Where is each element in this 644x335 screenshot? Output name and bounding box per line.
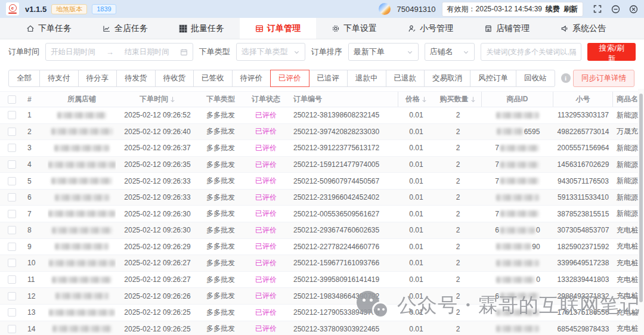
logo-underline (8, 13, 17, 14)
status-tab-全部[interactable]: 全部 (8, 70, 40, 87)
order-sort-select[interactable]: 最新下单 (348, 43, 419, 61)
select-all-checkbox[interactable] (8, 95, 16, 104)
minimize-icon[interactable] (611, 4, 620, 14)
order-type-select[interactable]: 选择下单类型 (236, 43, 305, 61)
row-checkbox[interactable] (8, 275, 16, 284)
status-tab-待发货[interactable]: 待发货 (116, 70, 156, 87)
row-checkbox[interactable] (8, 259, 16, 267)
search-field-select[interactable]: 店铺名 (425, 43, 475, 61)
cell-sub: 1456316702629 (553, 157, 613, 173)
cell-price: 0.01 (398, 107, 434, 123)
chart-icon (103, 24, 111, 33)
sort-arrow-icon[interactable] (470, 96, 476, 103)
info-icon[interactable]: i (561, 73, 571, 83)
status-tab-已签收[interactable]: 已签收 (193, 70, 233, 87)
column-header-price[interactable]: 价格 (398, 92, 434, 107)
cell-time: 2025-02-12 09:26:25 (116, 305, 199, 321)
status-tab-待收货[interactable]: 待收货 (155, 70, 194, 87)
nav-tab-order-tasks[interactable]: 下单任务 (11, 18, 87, 39)
row-checkbox[interactable] (8, 128, 16, 136)
table-header-row: #所属店铺下单时间下单类型订单状态订单编号价格购买数量商品ID小号商品名称 (0, 91, 644, 107)
renew-link[interactable]: 续费 (546, 4, 560, 14)
column-label: 所属店铺 (67, 94, 96, 104)
chevron-down-icon (293, 49, 300, 55)
table-row: 42025-02-12 09:26:35多多批发已评价250212-159121… (0, 157, 644, 173)
date-range-picker[interactable]: 开始日期时间 → 结束日期时间 (45, 43, 193, 61)
cell-pid: 7 (482, 206, 553, 222)
row-checkbox[interactable] (8, 308, 16, 317)
blurred-product-id (497, 128, 523, 135)
status-tab-风控订单[interactable]: 风控订单 (470, 70, 516, 87)
status-tab-已退款[interactable]: 已退款 (386, 70, 425, 87)
cell-qty: 2 (434, 157, 482, 173)
scrollbar-thumb[interactable] (639, 94, 643, 302)
cell-qty: 2 (434, 305, 482, 321)
nav-tab-announcements[interactable]: 系统公告 (545, 18, 621, 39)
status-tab-已评价[interactable]: 已评价 (270, 70, 309, 87)
row-checkbox[interactable] (8, 193, 16, 201)
cell-store (48, 305, 116, 321)
blurred-store-name (48, 162, 116, 168)
sort-arrow-icon[interactable] (170, 96, 175, 103)
cell-sel (0, 272, 24, 288)
status-tab-退款中[interactable]: 退款中 (347, 70, 386, 87)
row-checkbox[interactable] (8, 226, 16, 234)
status-tab-已追评[interactable]: 已追评 (309, 70, 348, 87)
row-checkbox[interactable] (8, 111, 16, 119)
cell-time: 2025-02-12 09:26:26 (116, 288, 199, 304)
cell-status: 已评价 (242, 173, 290, 189)
row-checkbox[interactable] (8, 160, 16, 169)
cell-idx: 10 (24, 255, 48, 271)
blurred-store-name (51, 178, 112, 184)
vertical-scrollbar[interactable] (638, 89, 644, 335)
cell-qty: 2 (434, 239, 482, 255)
column-header-qty[interactable]: 购买数量 (434, 92, 482, 107)
cell-qty: 2 (434, 288, 482, 304)
nav-tab-batch-tasks[interactable]: 批量任务 (163, 18, 240, 39)
fullscreen-icon[interactable] (593, 4, 602, 14)
close-icon[interactable] (628, 4, 638, 14)
cell-qty: 2 (434, 140, 482, 156)
status-tab-待支付[interactable]: 待支付 (39, 70, 79, 87)
status-tab-待分享[interactable]: 待分享 (78, 70, 117, 87)
row-checkbox[interactable] (8, 210, 16, 218)
end-date-placeholder: 结束日期时间 (125, 47, 169, 57)
cell-sel (0, 107, 24, 123)
search-refresh-button[interactable]: 搜索/刷新 (587, 43, 636, 61)
cell-qty: 2 (434, 107, 482, 123)
cell-sub: 1332839441803 (553, 272, 613, 288)
table-row: 22025-02-12 09:26:40多多批发已评价250212-397420… (0, 124, 644, 141)
cell-pid (482, 321, 553, 335)
column-header-time[interactable]: 下单时间 (116, 92, 199, 107)
status-tab-待评价[interactable]: 待评价 (232, 70, 271, 87)
user-avatar[interactable] (379, 3, 391, 15)
cell-type: 多多批发 (199, 255, 242, 271)
blurred-product-id (496, 260, 539, 266)
refresh-link[interactable]: 刷新 (564, 4, 578, 14)
status-tab-回收站[interactable]: 回收站 (516, 70, 555, 87)
cell-pid: 6 (482, 288, 553, 304)
sync-order-details-button[interactable]: 同步订单详情 (573, 70, 634, 87)
row-checkbox[interactable] (8, 325, 16, 333)
nav-tab-label: 下单设置 (343, 23, 377, 34)
row-checkbox[interactable] (8, 144, 16, 152)
order-status-badge: 已评价 (255, 193, 277, 203)
cell-sub: 6854529878433 (553, 321, 613, 335)
row-checkbox[interactable] (8, 243, 16, 251)
cell-status: 已评价 (242, 222, 290, 238)
keyword-input[interactable] (486, 48, 576, 56)
nav-tab-order-settings[interactable]: 下单设置 (316, 18, 392, 39)
row-checkbox[interactable] (8, 177, 16, 185)
row-checkbox[interactable] (8, 292, 16, 300)
blurred-store-name (57, 112, 106, 119)
nav-tab-store-tasks[interactable]: 全店任务 (87, 18, 163, 39)
sort-arrow-icon[interactable] (422, 96, 427, 103)
blurred-product-id (496, 243, 531, 250)
order-type-label: 下单类型 (199, 46, 230, 57)
nav-tab-label: 订单管理 (267, 23, 301, 34)
nav-tab-account-management[interactable]: 小号管理 (392, 18, 469, 39)
chevron-down-icon (407, 49, 413, 55)
status-tab-交易取消[interactable]: 交易取消 (424, 70, 470, 87)
nav-tab-shop-management[interactable]: 店铺管理 (469, 18, 545, 39)
nav-tab-order-management[interactable]: 订单管理 (240, 18, 316, 39)
